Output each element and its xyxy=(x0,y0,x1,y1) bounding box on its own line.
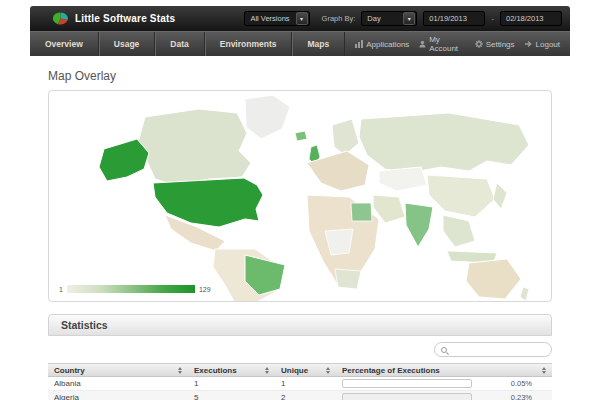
nav-item-maps[interactable]: Maps xyxy=(292,32,345,56)
world-map-overlay: 1 129 xyxy=(48,90,552,302)
cell-executions: 5 xyxy=(188,393,275,400)
legend-max-value: 129 xyxy=(199,286,211,293)
settings-label: Settings xyxy=(486,40,515,49)
map-legend: 1 129 xyxy=(59,285,211,293)
map-country-china[interactable] xyxy=(427,175,495,217)
map-country-russia[interactable] xyxy=(359,113,529,173)
percentage-progress-bar xyxy=(342,379,472,388)
statistics-title: Statistics xyxy=(61,319,108,331)
cell-executions: 1 xyxy=(188,379,275,388)
percentage-progress-bar xyxy=(342,393,472,400)
column-header-country[interactable]: Country xyxy=(48,364,188,376)
table-row[interactable]: Albania 1 1 0.05% xyxy=(48,377,552,391)
main-navigation: Overview Usage Data Environments Maps Ap… xyxy=(30,31,570,56)
graph-by-select[interactable]: Day ▾ xyxy=(361,11,417,26)
map-country-new-zealand[interactable] xyxy=(520,287,529,301)
my-account-label: My Account xyxy=(429,35,464,53)
cell-percentage: 0.05% xyxy=(336,379,552,388)
pie-chart-logo-icon xyxy=(52,11,69,26)
map-region-se-asia[interactable] xyxy=(443,215,475,247)
cell-country: Algeria xyxy=(48,393,188,400)
settings-link[interactable]: Settings xyxy=(475,40,515,49)
page-content: Map Overlay xyxy=(30,69,570,400)
cell-unique: 2 xyxy=(275,393,336,400)
map-country-us-alaska[interactable] xyxy=(99,139,149,181)
column-header-executions[interactable]: Executions xyxy=(188,364,275,376)
chevron-down-icon[interactable]: ▾ xyxy=(403,12,415,25)
choropleth-world-map xyxy=(49,91,552,302)
logout-label: Logout xyxy=(536,40,560,49)
gear-icon xyxy=(475,40,483,48)
statistics-toolbar xyxy=(48,336,552,363)
date-range-separator: - xyxy=(491,14,494,23)
map-country-japan[interactable] xyxy=(493,183,507,209)
statistics-header: Statistics xyxy=(48,314,552,336)
search-input[interactable] xyxy=(451,345,545,354)
percentage-value: 0.05% xyxy=(511,379,546,388)
search-icon xyxy=(441,347,447,353)
cell-percentage: 0.23% xyxy=(336,393,552,400)
column-label: Unique xyxy=(281,366,308,375)
top-header-bar: Little Software Stats All Versions ▾ Gra… xyxy=(30,6,570,31)
app-title: Little Software Stats xyxy=(75,13,175,24)
map-region-central-asia[interactable] xyxy=(379,167,427,191)
nav-item-overview[interactable]: Overview xyxy=(30,32,99,56)
column-label: Percentage of Executions xyxy=(342,366,440,375)
versions-select-value: All Versions xyxy=(245,14,294,23)
sort-icon xyxy=(542,367,546,374)
sort-icon xyxy=(178,367,182,374)
nav-user-links: Applications My Account Settings Log xyxy=(345,32,570,56)
user-icon xyxy=(419,40,426,48)
app-container: Little Software Stats All Versions ▾ Gra… xyxy=(30,6,570,400)
map-country-south-africa[interactable] xyxy=(335,269,361,289)
table-row[interactable]: Algeria 5 2 0.23% xyxy=(48,391,552,400)
statistics-section: Statistics Country Executions Uni xyxy=(48,314,552,400)
map-country-greenland[interactable] xyxy=(245,95,290,139)
legend-min-value: 1 xyxy=(59,286,63,293)
logout-icon xyxy=(525,40,533,48)
applications-link[interactable]: Applications xyxy=(355,40,409,49)
percentage-value: 0.23% xyxy=(511,393,546,400)
cell-unique: 1 xyxy=(275,379,336,388)
map-country-egypt[interactable] xyxy=(351,203,372,221)
legend-gradient-bar xyxy=(67,285,195,293)
logout-link[interactable]: Logout xyxy=(525,40,560,49)
column-label: Country xyxy=(54,366,85,375)
sort-icon xyxy=(326,367,330,374)
column-header-percentage[interactable]: Percentage of Executions xyxy=(336,364,552,376)
map-country-canada[interactable] xyxy=(137,109,251,186)
applications-label: Applications xyxy=(366,40,409,49)
chevron-down-icon[interactable]: ▾ xyxy=(296,12,308,25)
table-header-row: Country Executions Unique Percentage of … xyxy=(48,363,552,377)
graph-by-select-value: Day xyxy=(362,14,402,23)
column-header-unique[interactable]: Unique xyxy=(275,364,336,376)
nav-tabs: Overview Usage Data Environments Maps xyxy=(30,32,345,56)
map-country-india[interactable] xyxy=(405,203,433,247)
cell-country: Albania xyxy=(48,379,188,388)
nav-item-data[interactable]: Data xyxy=(155,32,204,56)
chart-icon xyxy=(355,40,363,48)
map-country-iceland[interactable] xyxy=(295,131,307,141)
my-account-link[interactable]: My Account xyxy=(419,35,464,53)
table-search[interactable] xyxy=(434,342,552,357)
nav-item-usage[interactable]: Usage xyxy=(99,32,156,56)
sort-icon xyxy=(265,367,269,374)
map-country-australia[interactable] xyxy=(466,259,521,299)
topbar-controls: All Versions ▾ Graph By: Day ▾ - xyxy=(244,11,562,26)
versions-select[interactable]: All Versions ▾ xyxy=(244,11,309,26)
date-from-input[interactable] xyxy=(423,11,485,26)
map-region-scandinavia[interactable] xyxy=(332,119,359,155)
column-label: Executions xyxy=(194,366,237,375)
graph-by-label: Graph By: xyxy=(322,14,356,23)
nav-item-environments[interactable]: Environments xyxy=(205,32,293,56)
page-title: Map Overlay xyxy=(48,69,552,83)
date-to-input[interactable] xyxy=(500,11,562,26)
